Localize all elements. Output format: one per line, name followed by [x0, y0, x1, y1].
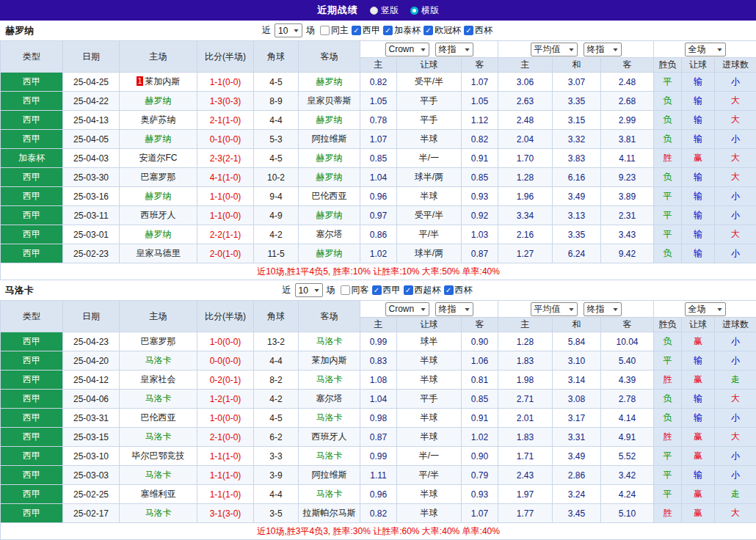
checkbox-icon[interactable]: ✓ — [352, 26, 361, 35]
home-team-link[interactable]: 马洛卡 — [145, 431, 172, 442]
crown-home-odds-cell: 0.82 — [360, 504, 397, 523]
odds-time-select[interactable]: 终指▼ — [435, 302, 473, 316]
home-team-link[interactable]: 毕尔巴鄂竞技 — [132, 450, 185, 461]
home-team-link[interactable]: 巴伦西亚 — [141, 412, 176, 423]
avg-time-select[interactable]: 终指▼ — [584, 43, 622, 56]
avg-draw-odds-cell: 3.45 — [553, 504, 601, 523]
home-team-link[interactable]: 皇家社会 — [141, 374, 176, 384]
away-team-link[interactable]: 拉斯帕尔马斯 — [303, 508, 356, 518]
away-team-link[interactable]: 塞尔塔 — [316, 229, 343, 239]
home-team-link[interactable]: 赫罗纳 — [145, 95, 172, 106]
bookmaker-select[interactable]: Crown▼ — [385, 43, 429, 56]
radio-horizontal-layout[interactable]: 横版 — [410, 4, 439, 17]
checkbox-icon[interactable] — [341, 285, 350, 295]
bookmaker-select-value: Crown — [389, 44, 415, 54]
home-team-link[interactable]: 巴塞罗那 — [141, 336, 176, 346]
home-team-link[interactable]: 安道尔FC — [139, 153, 178, 163]
filter-checkbox-0[interactable]: 同主 — [320, 24, 349, 37]
match-row: 西甲25-03-30巴塞罗那4-1(1-0)10-2赫罗纳1.04球半/两0.8… — [1, 168, 756, 187]
home-team-link[interactable]: 莱加内斯 — [145, 76, 180, 87]
avg-draw-odds-cell: 3.10 — [553, 351, 601, 371]
filter-checkbox-4[interactable]: ✓西杯 — [464, 24, 493, 37]
bookmaker-select[interactable]: Crown▼ — [385, 302, 429, 316]
checkbox-icon[interactable]: ✓ — [372, 285, 382, 295]
home-team-link[interactable]: 赫罗纳 — [145, 229, 172, 239]
checkbox-icon[interactable]: ✓ — [404, 285, 413, 295]
home-team-link[interactable]: 马洛卡 — [145, 470, 172, 480]
checkbox-icon[interactable]: ✓ — [383, 26, 393, 35]
home-team-link[interactable]: 马洛卡 — [145, 508, 172, 518]
away-team-link[interactable]: 马洛卡 — [316, 412, 343, 423]
match-row: 西甲25-04-06马洛卡1-2(1-0)4-2塞尔塔1.04平手0.852.7… — [1, 390, 756, 409]
home-team-link[interactable]: 皇家马德里 — [137, 248, 181, 258]
match-count-select[interactable]: 10▼ — [295, 283, 323, 297]
away-team-link[interactable]: 马洛卡 — [316, 374, 343, 384]
scope-select[interactable]: 全场▼ — [685, 302, 726, 316]
away-team-link[interactable]: 赫罗纳 — [316, 172, 343, 182]
league-cell: 西甲 — [1, 409, 63, 428]
home-team-link[interactable]: 巴塞罗那 — [141, 172, 176, 182]
away-team-link[interactable]: 赫罗纳 — [316, 76, 343, 87]
away-team-link[interactable]: 马洛卡 — [316, 336, 343, 346]
chevron-down-icon: ▼ — [419, 307, 426, 312]
away-team-cell: 赫罗纳 — [299, 244, 360, 263]
radio-icon[interactable] — [370, 7, 378, 15]
home-team-link[interactable]: 西班牙人 — [141, 210, 176, 220]
away-team-link[interactable]: 塞尔塔 — [316, 393, 343, 404]
league-cell: 西甲 — [1, 206, 63, 225]
radio-icon[interactable] — [410, 7, 418, 15]
filter-checkbox-2[interactable]: ✓加泰杯 — [383, 24, 421, 37]
away-team-link[interactable]: 阿拉维斯 — [312, 134, 347, 144]
away-team-link[interactable]: 巴伦西亚 — [312, 191, 347, 201]
handicap-result-cell: 赢 — [682, 485, 715, 504]
filter-checkbox-2[interactable]: ✓西超杯 — [404, 284, 441, 296]
away-team-link[interactable]: 赫罗纳 — [316, 210, 343, 220]
checkbox-icon[interactable] — [320, 26, 330, 35]
away-team-link[interactable]: 莱加内斯 — [312, 355, 347, 365]
score-cell: 1-1(0-0) — [197, 187, 254, 206]
crown-home-odds-cell: 0.86 — [360, 225, 397, 244]
filter-checkbox-0[interactable]: 同客 — [341, 284, 369, 296]
team-section-girona: 赫罗纳 近 10▼ 场 同主✓西甲✓加泰杯✓欧冠杯✓西杯 类型 日期 主场 — [0, 21, 756, 280]
home-team-link[interactable]: 马洛卡 — [145, 355, 172, 365]
away-team-cell: 赫罗纳 — [299, 149, 360, 168]
away-team-link[interactable]: 西班牙人 — [312, 431, 347, 442]
scope-select[interactable]: 全场▼ — [685, 43, 726, 56]
chevron-down-icon: ▼ — [313, 288, 320, 293]
crown-home-odds-cell: 0.78 — [360, 111, 397, 130]
radio-vertical-layout[interactable]: 竖版 — [370, 4, 399, 17]
filter-checkbox-3[interactable]: ✓欧冠杯 — [424, 24, 461, 37]
col-header-corner: 角球 — [254, 301, 299, 332]
match-count-select[interactable]: 10▼ — [275, 23, 302, 37]
checkbox-icon[interactable]: ✓ — [424, 26, 433, 35]
away-team-link[interactable]: 赫罗纳 — [316, 248, 343, 258]
date-cell: 25-03-11 — [63, 206, 120, 225]
filter-checkbox-1[interactable]: ✓西甲 — [372, 284, 401, 296]
home-team-link[interactable]: 赫罗纳 — [145, 134, 172, 144]
checkbox-icon[interactable]: ✓ — [444, 285, 454, 295]
home-team-link[interactable]: 奥萨苏纳 — [141, 114, 176, 125]
chevron-down-icon: ▼ — [292, 28, 299, 33]
away-team-link[interactable]: 赫罗纳 — [316, 153, 343, 163]
home-team-cell: 塞维利亚 — [120, 485, 197, 504]
avg-source-select[interactable]: 平均值▼ — [531, 302, 578, 316]
away-team-link[interactable]: 皇家贝蒂斯 — [308, 95, 352, 106]
goals-cell: 大 — [715, 504, 756, 523]
avg-time-select[interactable]: 终指▼ — [584, 302, 622, 316]
filter-checkbox-3[interactable]: ✓西杯 — [444, 284, 473, 296]
crown-away-odds-cell: 0.91 — [462, 409, 498, 428]
away-team-link[interactable]: 赫罗纳 — [316, 114, 343, 125]
avg-source-select[interactable]: 平均值▼ — [531, 43, 578, 56]
home-team-link[interactable]: 马洛卡 — [145, 393, 172, 404]
home-team-link[interactable]: 赫罗纳 — [145, 191, 172, 201]
col-header-date: 日期 — [63, 41, 120, 73]
filter-checkbox-1[interactable]: ✓西甲 — [352, 24, 380, 37]
away-team-link[interactable]: 阿拉维斯 — [312, 470, 347, 480]
home-team-link[interactable]: 塞维利亚 — [141, 489, 176, 499]
checkbox-icon[interactable]: ✓ — [464, 26, 473, 35]
league-cell: 西甲 — [1, 187, 63, 206]
away-team-link[interactable]: 马洛卡 — [316, 489, 343, 499]
odds-time-select[interactable]: 终指▼ — [435, 43, 473, 56]
away-team-link[interactable]: 马洛卡 — [316, 450, 343, 461]
score-cell: 0-0(0-0) — [197, 351, 254, 371]
